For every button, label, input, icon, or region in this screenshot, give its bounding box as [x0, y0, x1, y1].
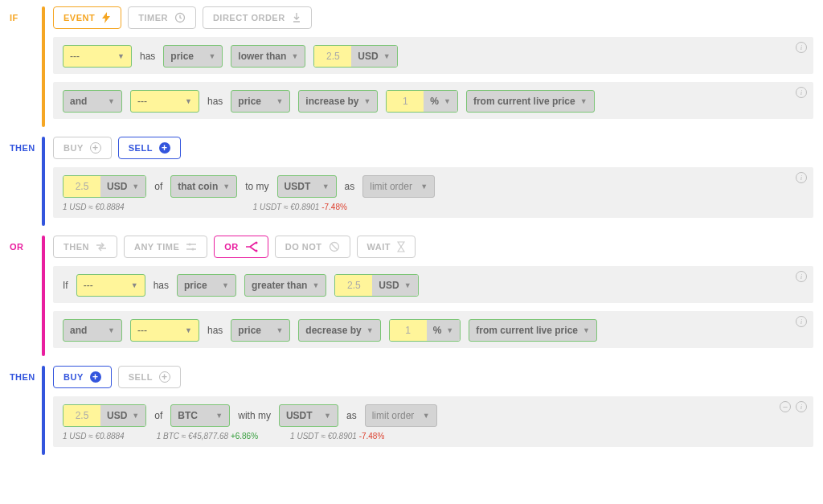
tab-label: DIRECT ORDER [213, 13, 285, 23]
value-input[interactable]: 2.5 [63, 405, 100, 426]
info-icon[interactable]: i [796, 271, 807, 282]
coin-select[interactable]: ---▼ [63, 45, 132, 68]
tab-then[interactable]: THEN [53, 236, 117, 258]
rate-hint: 1 USDT ≈ €0.8901 -7.48% [253, 203, 347, 211]
conj-select[interactable]: and▼ [63, 90, 122, 113]
remove-icon[interactable]: − [780, 401, 791, 412]
attr-select[interactable]: price▼ [177, 274, 236, 297]
unit-select[interactable]: %▼ [427, 320, 461, 341]
operator-select[interactable]: increase by▼ [298, 90, 378, 113]
condition-row: and▼ ---▼ has price▼ decrease by▼ 1 %▼ f… [63, 319, 804, 342]
attr-select[interactable]: price▼ [163, 45, 223, 68]
value-input[interactable]: 1 [387, 91, 424, 112]
info-icon[interactable]: i [796, 316, 807, 327]
unit-select[interactable]: %▼ [424, 91, 457, 112]
condition-block: i and▼ ---▼ has price▼ decrease by▼ 1 %▼… [53, 311, 813, 348]
tab-buy[interactable]: BUY + [53, 137, 112, 159]
svg-point-4 [255, 250, 257, 252]
operator-select[interactable]: lower than▼ [231, 45, 305, 68]
coin-select[interactable]: ---▼ [130, 319, 199, 342]
value-unit-input[interactable]: 2.5 USD▼ [313, 45, 397, 68]
quote-select[interactable]: USDT▼ [279, 404, 338, 427]
section-if: IF EVENT TIMER DIRECT ORDER i ---▼ has p… [10, 6, 813, 127]
chevron-down-icon: ▼ [222, 281, 229, 289]
value-unit-input[interactable]: 1 %▼ [389, 319, 461, 342]
section-then: THEN BUY + SELL + i 2.5 USD▼ of that coi… [10, 137, 813, 226]
value-input[interactable]: 2.5 [314, 46, 351, 67]
tab-buy[interactable]: BUY + [53, 366, 112, 388]
chevron-down-icon: ▼ [185, 97, 192, 105]
coin-select[interactable]: BTC▼ [170, 404, 230, 427]
info-icon[interactable]: i [796, 172, 807, 183]
attr-select[interactable]: price▼ [231, 90, 290, 113]
plus-circle-icon: + [159, 142, 170, 154]
hint-row: 1 USD ≈ €0.8884 1 BTC ≈ €45,877.68 +6.86… [63, 432, 804, 440]
tab-event[interactable]: EVENT [53, 6, 121, 29]
chevron-down-icon: ▼ [580, 97, 588, 105]
ordertype-select[interactable]: limit order▼ [365, 404, 437, 427]
section-or: OR THEN ANY TIME OR DO NOT WAIT [10, 236, 813, 356]
amount-unit-input[interactable]: 2.5 USD▼ [63, 175, 146, 198]
conj-select[interactable]: and▼ [63, 319, 122, 342]
plus-circle-icon: + [90, 142, 101, 154]
amount-unit-input[interactable]: 2.5 USD▼ [63, 404, 146, 427]
arrows-icon [96, 242, 107, 252]
section-then: THEN BUY + SELL + − i 2.5 USD▼ of BTC▼ [10, 366, 813, 455]
coin-select[interactable]: ---▼ [76, 274, 145, 297]
tab-direct-order[interactable]: DIRECT ORDER [203, 6, 312, 29]
info-icon[interactable]: i [796, 87, 807, 98]
text-if: If [63, 280, 68, 291]
value-input[interactable]: 2.5 [63, 176, 100, 197]
bolt-icon [101, 12, 111, 23]
action-row: 2.5 USD▼ of BTC▼ with my USDT▼ as limit … [63, 404, 804, 427]
condition-row: ---▼ has price▼ lower than▼ 2.5 USD▼ [63, 45, 804, 68]
section-label-if: IF [10, 6, 42, 127]
chevron-down-icon: ▼ [322, 182, 330, 191]
chevron-down-icon: ▼ [276, 97, 283, 105]
tab-label: ANY TIME [134, 242, 179, 252]
chevron-down-icon: ▼ [132, 182, 139, 191]
reference-select[interactable]: from current live price▼ [466, 90, 595, 113]
action-row: 2.5 USD▼ of that coin▼ to my USDT▼ as li… [63, 175, 804, 198]
condition-block: i ---▼ has price▼ lower than▼ 2.5 USD▼ [53, 37, 813, 74]
chevron-down-icon: ▼ [117, 52, 125, 60]
tab-wait[interactable]: WAIT [357, 236, 416, 258]
operator-select[interactable]: decrease by▼ [298, 319, 380, 342]
unit-select[interactable]: USD▼ [100, 176, 145, 197]
chevron-down-icon: ▼ [132, 412, 139, 420]
tab-or[interactable]: OR [214, 236, 268, 258]
tab-timer[interactable]: TIMER [128, 6, 196, 29]
hourglass-icon [397, 241, 405, 252]
tab-anytime[interactable]: ANY TIME [124, 236, 207, 258]
unit-select[interactable]: USD▼ [100, 405, 145, 426]
rate-hint: 1 USD ≈ €0.8884 [63, 203, 125, 211]
value-input[interactable]: 1 [390, 320, 427, 341]
value-input[interactable]: 2.5 [335, 275, 372, 296]
ordertype-select[interactable]: limit order▼ [362, 175, 435, 198]
chevron-down-icon: ▼ [366, 326, 374, 334]
tab-sell[interactable]: SELL + [118, 137, 181, 159]
info-icon[interactable]: i [796, 42, 807, 53]
condition-row: and▼ ---▼ has price▼ increase by▼ 1 %▼ f… [63, 90, 804, 113]
value-unit-input[interactable]: 2.5 USD▼ [334, 274, 418, 297]
tab-label: SELL [129, 372, 153, 382]
info-icon[interactable]: i [796, 401, 807, 412]
operator-select[interactable]: greater than▼ [244, 274, 326, 297]
attr-select[interactable]: price▼ [231, 319, 290, 342]
coin-select[interactable]: that coin▼ [170, 175, 237, 198]
unit-select[interactable]: USD▼ [351, 46, 396, 67]
reference-select[interactable]: from current live price▼ [469, 319, 597, 342]
quote-select[interactable]: USDT▼ [277, 175, 337, 198]
condition-block: i If ---▼ has price▼ greater than▼ 2.5 U… [53, 266, 813, 303]
tab-sell[interactable]: SELL + [118, 366, 181, 388]
ban-icon [329, 241, 340, 252]
value-unit-input[interactable]: 1 %▼ [386, 90, 458, 113]
unit-select[interactable]: USD▼ [372, 275, 417, 296]
section-label-then: THEN [10, 366, 42, 455]
section-bar [42, 6, 45, 127]
tab-label: DO NOT [285, 242, 322, 252]
coin-select[interactable]: ---▼ [130, 90, 199, 113]
tab-label: SELL [129, 143, 153, 153]
tab-donot[interactable]: DO NOT [275, 236, 350, 258]
branch-icon [245, 241, 258, 252]
